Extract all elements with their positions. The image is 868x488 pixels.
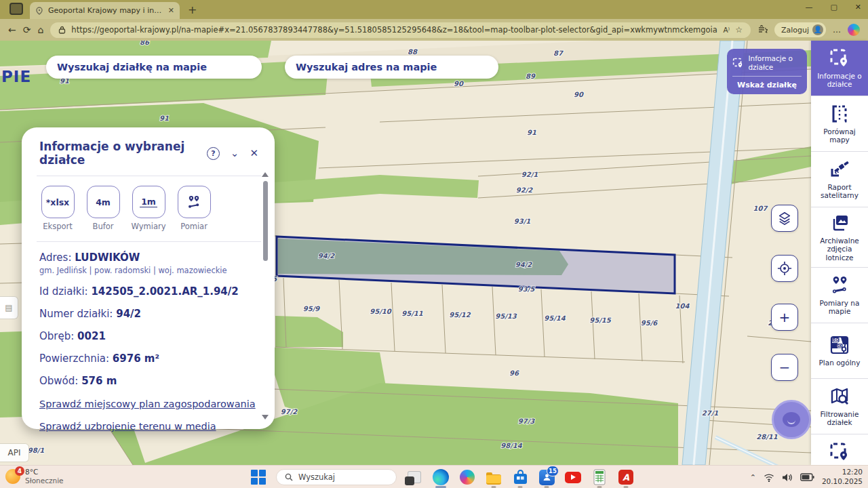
scroll-thumb[interactable]	[263, 181, 268, 261]
field-perimeter: Obwód: 576 m	[39, 375, 258, 387]
sidebar-item-satellite-report[interactable]: Raport satelitarny	[811, 152, 868, 207]
login-button[interactable]: Zaloguj 👤	[774, 22, 826, 37]
parcel-number-label: 95/14	[544, 314, 566, 322]
store-button[interactable]	[511, 468, 529, 486]
chat-app-button[interactable]: 15	[538, 468, 555, 486]
file-explorer-button[interactable]	[485, 468, 502, 486]
sidebar-item-filter-parcels[interactable]: Filtrowanie działek	[811, 379, 868, 434]
scroll-up-icon[interactable]	[262, 172, 269, 177]
youtube-icon	[565, 472, 581, 483]
refresh-button[interactable]: ⟳	[23, 24, 31, 35]
parcel-number-label: 28/11	[756, 433, 778, 441]
zoom-out-button[interactable]: −	[771, 354, 798, 381]
dimensions-button[interactable]: 1m Wymiary	[130, 186, 167, 231]
parcel-number-label: 90	[574, 91, 584, 98]
window-minimize-button[interactable]: —	[805, 3, 812, 12]
search-placeholder: Wyszukaj	[298, 472, 335, 482]
weather-widget[interactable]: 4 8°C Słonecznie	[5, 468, 64, 485]
measure-pins-icon	[178, 186, 211, 218]
task-view-button[interactable]	[406, 468, 423, 486]
acrobat-button[interactable]: A	[617, 468, 635, 486]
taskbar-search[interactable]: Wyszukaj	[276, 469, 397, 485]
parcel-number-label: 91	[527, 129, 536, 136]
favorite-star-icon[interactable]: ☆	[735, 25, 743, 35]
select-parcel-icon	[829, 442, 850, 462]
map-viewport[interactable]: 86888791899090919192/192/293/110794/294/…	[0, 41, 811, 465]
sidebar-item-compare-maps[interactable]: Porównaj mapy	[811, 96, 868, 152]
wifi-icon[interactable]	[764, 473, 774, 482]
tray-clock[interactable]: 12:20 20.10.2025	[822, 468, 863, 486]
tab-title: Geoportal Krajowy mapy i informa	[48, 6, 163, 15]
collections-icon[interactable]	[757, 25, 768, 35]
satellite-icon	[829, 159, 850, 180]
clock-date: 20.10.2025	[822, 477, 863, 487]
parcel-number-label: 96	[509, 369, 519, 377]
youtube-button[interactable]	[564, 468, 582, 486]
browser-menu-icon[interactable]: …	[833, 25, 841, 35]
sidebar-item-parcel-info[interactable]: Informacje o działce	[811, 41, 868, 96]
new-tab-button[interactable]: +	[188, 3, 197, 16]
back-button[interactable]: ←	[8, 24, 16, 35]
start-button[interactable]	[250, 468, 267, 486]
home-button[interactable]: ⌂	[37, 24, 43, 35]
field-district: Obręb: 0021	[39, 330, 258, 342]
window-close-button[interactable]: ✕	[855, 3, 861, 12]
parcel-number-label: 94/2	[515, 261, 533, 268]
sidebar-item-select-parcel[interactable]: Wybierz działkę	[811, 434, 868, 465]
spreadsheet-icon	[592, 469, 607, 485]
tooltip-action[interactable]: Wskaż działkę	[732, 81, 802, 89]
edge-button[interactable]	[432, 468, 450, 486]
sidebar-item-archive-photos[interactable]: Archiwalne zdjęcia lotnicze	[811, 207, 868, 268]
parcel-info-panel: Informacje o wybranej działce ? ⌄ ✕ *xls…	[22, 127, 275, 429]
volume-icon[interactable]	[782, 473, 793, 482]
panel-close-icon[interactable]: ✕	[250, 147, 258, 159]
zoom-in-button[interactable]: +	[771, 304, 798, 331]
chat-bubble-button[interactable]	[772, 400, 811, 439]
search-plot-input[interactable]: Wyszukaj działkę na mapie	[46, 56, 262, 79]
measure-button[interactable]: Pomiar	[176, 186, 212, 231]
divider	[37, 241, 261, 242]
workspaces-icon[interactable]	[9, 3, 23, 15]
parcel-number-label: 95/6	[641, 319, 658, 327]
collapse-chevron-icon[interactable]: ⌄	[231, 147, 239, 159]
tray-chevron-icon[interactable]: ⌃	[750, 473, 756, 482]
field-address: Adres: LUDWIKÓW	[39, 251, 258, 264]
zoning-plan-link[interactable]: Sprawdź miejscowy plan zagospodarowania	[39, 399, 258, 409]
panel-scrollbar[interactable]	[261, 172, 269, 420]
tools-sidebar: Informacje o działce Porównaj mapy Rapor…	[811, 41, 868, 465]
scroll-down-icon[interactable]	[262, 415, 269, 420]
partial-map-widget[interactable]: ▤	[0, 296, 18, 319]
search-address-input[interactable]: Wyszukaj adres na mapie	[285, 56, 498, 79]
parcel-number-label: 98/14	[500, 442, 523, 449]
layers-button[interactable]	[771, 205, 798, 232]
office-calc-button[interactable]	[591, 468, 608, 486]
window-maximize-button[interactable]: ▢	[830, 3, 837, 12]
tab-close-icon[interactable]: ✕	[168, 6, 174, 15]
profile-avatar-icon: 👤	[812, 24, 823, 35]
xlsx-icon: *xlsx	[41, 186, 75, 218]
parcel-number-label: 95/15	[589, 317, 612, 324]
copilot-icon[interactable]	[848, 24, 860, 36]
photos-icon	[829, 213, 850, 233]
locate-button[interactable]	[771, 255, 798, 282]
parcel-number-label: 88	[408, 48, 418, 56]
help-icon[interactable]: ?	[207, 146, 220, 160]
api-badge[interactable]: API	[0, 443, 29, 462]
battery-icon[interactable]	[800, 473, 814, 481]
buffer-button[interactable]: 4m Bufor	[85, 186, 121, 231]
parcel-number-label: 107	[753, 205, 768, 212]
parcel-number-label: 97/3	[518, 418, 536, 425]
parcel-number-label: 94/2	[318, 252, 336, 260]
sidebar-item-measurements[interactable]: Plan ogólny Pomiary na mapie	[811, 268, 868, 323]
divider	[37, 176, 261, 176]
sidebar-item-general-plan[interactable]: SOSK Plan ogólny	[811, 323, 868, 379]
clock-time: 12:20	[822, 468, 863, 477]
browser-tab[interactable]: Geoportal Krajowy mapy i informa ✕	[30, 2, 180, 19]
export-button[interactable]: *xlsx Eksport	[39, 186, 76, 231]
copilot-button[interactable]	[458, 468, 476, 486]
read-aloud-icon[interactable]: A⁾	[723, 26, 730, 34]
field-area: Powierzchnia: 6976 m²	[39, 352, 258, 365]
parcel-number-label: 90	[454, 80, 464, 87]
utilities-link[interactable]: Sprawdź uzbrojenie terenu w media	[39, 421, 258, 432]
address-bar[interactable]: https://geoportal-krajowy.pl/na-mapie#x=…	[50, 22, 751, 38]
